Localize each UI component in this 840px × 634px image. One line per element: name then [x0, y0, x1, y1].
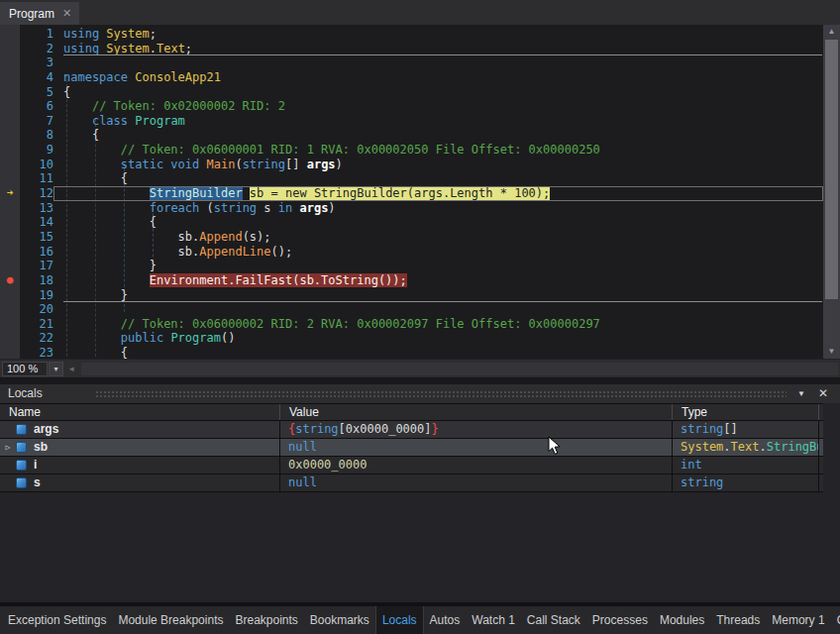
- line-number[interactable]: 6: [20, 99, 53, 114]
- scroll-up-icon[interactable]: ▲: [823, 25, 840, 39]
- code-text[interactable]: // Token: 0x02000002 RID: 2: [53, 99, 823, 114]
- line-number[interactable]: 10: [20, 158, 53, 172]
- variable-type[interactable]: System.Text.StringBuilder: [673, 439, 819, 456]
- tool-tab-memory-1[interactable]: Memory 1: [766, 606, 830, 634]
- code-line[interactable]: 7 class Program: [0, 114, 823, 129]
- code-text[interactable]: {: [53, 346, 823, 359]
- code-line[interactable]: 17 }: [0, 259, 823, 273]
- variable-value[interactable]: null: [280, 439, 673, 456]
- window-menu-icon[interactable]: ▼: [792, 385, 810, 402]
- line-number[interactable]: 21: [20, 317, 53, 332]
- tool-tab-output[interactable]: Output: [831, 606, 840, 634]
- code-text[interactable]: {: [53, 171, 823, 186]
- gutter-cell[interactable]: [0, 215, 20, 230]
- locals-name-cell[interactable]: s: [0, 475, 280, 491]
- code-text[interactable]: // Token: 0x06000002 RID: 2 RVA: 0x00002…: [53, 317, 823, 332]
- gutter-cell[interactable]: [0, 331, 20, 346]
- horizontal-scrollbar[interactable]: [81, 363, 838, 375]
- code-text[interactable]: static void Main(string[] args): [53, 158, 823, 172]
- code-text[interactable]: class Program: [53, 114, 823, 129]
- tool-tab-module-breakpoints[interactable]: Module Breakpoints: [112, 606, 229, 634]
- gutter-cell[interactable]: [0, 317, 20, 332]
- panel-splitter[interactable]: [0, 377, 840, 384]
- line-number[interactable]: 3: [20, 55, 53, 70]
- locals-row-sb[interactable]: ▷sbnullSystem.Text.StringBuilder: [0, 439, 823, 457]
- code-text[interactable]: }: [53, 259, 823, 273]
- code-text[interactable]: StringBuilder sb = new StringBuilder(arg…: [53, 186, 823, 201]
- code-text[interactable]: Environment.FailFast(sb.ToString());: [53, 273, 823, 288]
- code-text[interactable]: namespace ConsoleApp21: [53, 70, 823, 85]
- locals-row-args[interactable]: args{string[0x0000_0000]}string[]: [0, 421, 823, 439]
- line-number[interactable]: 16: [20, 245, 53, 260]
- vertical-scrollbar[interactable]: ▲ ▼: [823, 25, 840, 359]
- locals-row-s[interactable]: snullstring: [0, 475, 823, 492]
- vertical-scrollbar-thumb[interactable]: [825, 40, 838, 299]
- code-line[interactable]: 11 {: [0, 171, 823, 186]
- code-text[interactable]: sb.AppendLine();: [53, 245, 823, 260]
- line-number[interactable]: 15: [20, 230, 53, 245]
- column-header-name[interactable]: Name: [0, 404, 280, 420]
- code-line[interactable]: 3: [0, 55, 823, 70]
- code-line[interactable]: 6 // Token: 0x02000002 RID: 2: [0, 99, 823, 114]
- gutter-cell[interactable]: [0, 302, 20, 317]
- line-number[interactable]: 20: [20, 302, 53, 317]
- gutter-cell[interactable]: [0, 288, 20, 303]
- code-text[interactable]: }: [53, 288, 823, 303]
- code-line[interactable]: 8 {: [0, 128, 823, 143]
- tool-tab-modules[interactable]: Modules: [654, 606, 710, 634]
- code-text[interactable]: using System;: [53, 27, 823, 42]
- gutter-cell[interactable]: [0, 42, 20, 56]
- tool-tab-autos[interactable]: Autos: [424, 606, 467, 634]
- scroll-down-icon[interactable]: ▼: [823, 345, 840, 359]
- gutter-cell[interactable]: [0, 70, 20, 85]
- close-icon[interactable]: ✕: [62, 7, 71, 20]
- code-line[interactable]: 21 // Token: 0x06000002 RID: 2 RVA: 0x00…: [0, 317, 823, 332]
- code-text[interactable]: {: [53, 85, 823, 100]
- line-number[interactable]: 17: [20, 259, 53, 273]
- line-number[interactable]: 1: [20, 27, 53, 42]
- line-number[interactable]: 18: [20, 273, 53, 288]
- variable-type[interactable]: int: [673, 457, 819, 474]
- line-number[interactable]: 13: [20, 201, 53, 216]
- tool-tab-exception-settings[interactable]: Exception Settings: [2, 606, 112, 634]
- variable-value[interactable]: {string[0x0000_0000]}: [280, 421, 673, 438]
- code-line[interactable]: ➜12 StringBuilder sb = new StringBuilder…: [0, 186, 823, 201]
- line-number[interactable]: 19: [20, 288, 53, 303]
- locals-name-cell[interactable]: i: [0, 457, 280, 474]
- line-number[interactable]: 2: [20, 42, 53, 56]
- code-text[interactable]: public Program(): [53, 331, 823, 346]
- tool-tab-processes[interactable]: Processes: [586, 606, 654, 634]
- variable-type[interactable]: string: [673, 475, 819, 491]
- scroll-left-icon[interactable]: ◂: [69, 364, 74, 373]
- gutter-cell[interactable]: [0, 346, 20, 359]
- tab-program[interactable]: Program ✕: [0, 2, 79, 25]
- column-header-type[interactable]: Type: [673, 404, 819, 420]
- line-number[interactable]: 23: [20, 346, 53, 359]
- code-line[interactable]: 13 foreach (string s in args): [0, 201, 823, 216]
- code-text[interactable]: [53, 302, 823, 317]
- tool-tab-threads[interactable]: Threads: [710, 606, 766, 634]
- gutter-cell[interactable]: [0, 55, 20, 70]
- code-line[interactable]: 20: [0, 302, 823, 317]
- code-text[interactable]: {: [53, 215, 823, 230]
- code-line[interactable]: 9 // Token: 0x06000001 RID: 1 RVA: 0x000…: [0, 143, 823, 158]
- zoom-level-combobox[interactable]: 100 %: [2, 362, 48, 376]
- gutter-cell[interactable]: [0, 114, 20, 129]
- line-number[interactable]: 5: [20, 85, 53, 100]
- tool-tab-bookmarks[interactable]: Bookmarks: [304, 606, 375, 634]
- line-number[interactable]: 8: [20, 128, 53, 143]
- locals-row-i[interactable]: i0x0000_0000int: [0, 457, 823, 475]
- code-line[interactable]: 15 sb.Append(s);: [0, 230, 823, 245]
- line-number[interactable]: 14: [20, 215, 53, 230]
- code-line[interactable]: 10 static void Main(string[] args): [0, 158, 823, 172]
- line-number[interactable]: 12: [20, 186, 53, 201]
- code-text[interactable]: {: [53, 128, 823, 143]
- tool-tab-locals[interactable]: Locals: [375, 606, 424, 634]
- variable-value[interactable]: 0x0000_0000: [280, 457, 673, 474]
- line-number[interactable]: 4: [20, 70, 53, 85]
- gutter-cell[interactable]: [0, 143, 20, 158]
- gutter-cell[interactable]: [0, 245, 20, 260]
- line-number[interactable]: 7: [20, 114, 53, 129]
- gutter-cell[interactable]: [0, 259, 20, 273]
- code-line[interactable]: ●18 Environment.FailFast(sb.ToString());: [0, 273, 823, 288]
